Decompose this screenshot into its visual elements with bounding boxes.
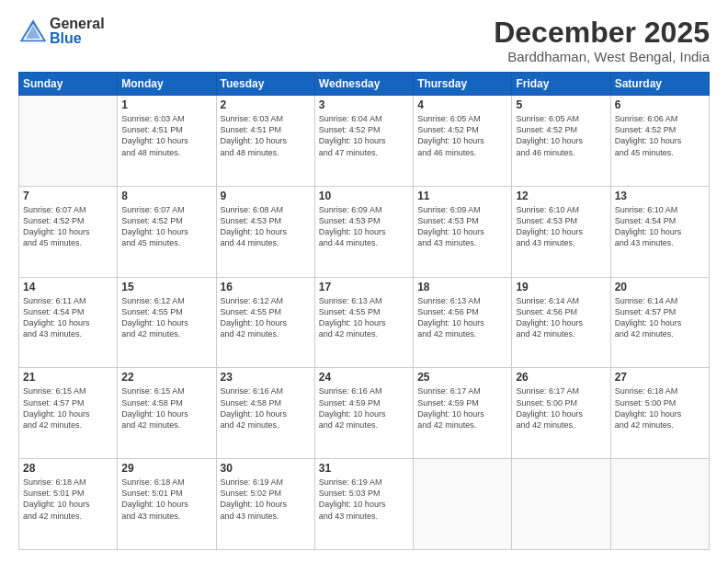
table-row: 12Sunrise: 6:10 AM Sunset: 4:53 PM Dayli… (512, 186, 610, 277)
subtitle: Barddhaman, West Bengal, India (494, 49, 710, 64)
day-number: 24 (319, 371, 409, 384)
day-number: 10 (319, 190, 409, 202)
day-info: Sunrise: 6:16 AM Sunset: 4:59 PM Dayligh… (319, 385, 409, 431)
table-row: 17Sunrise: 6:13 AM Sunset: 4:55 PM Dayli… (314, 277, 413, 368)
day-number: 18 (417, 281, 507, 293)
calendar-week-row: 14Sunrise: 6:11 AM Sunset: 4:54 PM Dayli… (19, 277, 710, 368)
day-info: Sunrise: 6:14 AM Sunset: 4:57 PM Dayligh… (615, 295, 705, 340)
table-row: 20Sunrise: 6:14 AM Sunset: 4:57 PM Dayli… (610, 277, 709, 368)
table-row: 11Sunrise: 6:09 AM Sunset: 4:53 PM Dayli… (414, 186, 512, 277)
day-number: 20 (615, 281, 705, 293)
col-friday: Friday (512, 73, 610, 96)
day-info: Sunrise: 6:06 AM Sunset: 4:52 PM Dayligh… (615, 113, 705, 158)
day-number: 17 (319, 281, 409, 293)
day-number: 2 (221, 98, 311, 111)
day-number: 3 (319, 98, 409, 111)
calendar-body: 1Sunrise: 6:03 AM Sunset: 4:51 PM Daylig… (19, 96, 710, 550)
day-info: Sunrise: 6:18 AM Sunset: 5:01 PM Dayligh… (23, 477, 113, 522)
table-row: 21Sunrise: 6:15 AM Sunset: 4:57 PM Dayli… (19, 368, 118, 459)
day-number: 27 (615, 371, 705, 384)
col-saturday: Saturday (610, 73, 709, 96)
day-info: Sunrise: 6:11 AM Sunset: 4:54 PM Dayligh… (23, 295, 113, 340)
table-row: 9Sunrise: 6:08 AM Sunset: 4:53 PM Daylig… (216, 186, 314, 277)
calendar-week-row: 7Sunrise: 6:07 AM Sunset: 4:52 PM Daylig… (19, 186, 710, 277)
day-info: Sunrise: 6:07 AM Sunset: 4:52 PM Dayligh… (23, 204, 113, 249)
logo-general: General (50, 17, 105, 31)
table-row: 30Sunrise: 6:19 AM Sunset: 5:02 PM Dayli… (216, 459, 314, 550)
table-row: 28Sunrise: 6:18 AM Sunset: 5:01 PM Dayli… (19, 459, 118, 550)
table-row (512, 459, 610, 550)
table-row: 31Sunrise: 6:19 AM Sunset: 5:03 PM Dayli… (314, 459, 413, 550)
day-number: 15 (121, 281, 211, 293)
table-row: 6Sunrise: 6:06 AM Sunset: 4:52 PM Daylig… (610, 96, 709, 187)
day-number: 9 (221, 190, 311, 202)
day-number: 31 (319, 462, 409, 475)
table-row: 19Sunrise: 6:14 AM Sunset: 4:56 PM Dayli… (512, 277, 610, 368)
table-row: 2Sunrise: 6:03 AM Sunset: 4:51 PM Daylig… (216, 96, 314, 187)
calendar-header-row: Sunday Monday Tuesday Wednesday Thursday… (19, 73, 710, 96)
col-sunday: Sunday (19, 73, 118, 96)
day-number: 16 (221, 281, 311, 293)
table-row (19, 96, 118, 187)
table-row: 26Sunrise: 6:17 AM Sunset: 5:00 PM Dayli… (512, 368, 610, 459)
header: General Blue December 2025 Barddhaman, W… (18, 17, 710, 64)
day-number: 25 (417, 371, 507, 384)
day-info: Sunrise: 6:12 AM Sunset: 4:55 PM Dayligh… (221, 295, 311, 340)
day-number: 5 (516, 98, 606, 111)
day-info: Sunrise: 6:09 AM Sunset: 4:53 PM Dayligh… (417, 204, 507, 249)
logo-blue: Blue (50, 31, 105, 46)
col-monday: Monday (118, 73, 216, 96)
day-info: Sunrise: 6:05 AM Sunset: 4:52 PM Dayligh… (417, 113, 507, 158)
day-number: 14 (23, 281, 113, 293)
day-number: 29 (121, 462, 211, 475)
calendar-week-row: 21Sunrise: 6:15 AM Sunset: 4:57 PM Dayli… (19, 368, 710, 459)
day-number: 19 (516, 281, 606, 293)
table-row (610, 459, 709, 550)
day-info: Sunrise: 6:13 AM Sunset: 4:55 PM Dayligh… (319, 295, 409, 340)
day-info: Sunrise: 6:08 AM Sunset: 4:53 PM Dayligh… (221, 204, 311, 249)
col-tuesday: Tuesday (216, 73, 314, 96)
table-row: 25Sunrise: 6:17 AM Sunset: 4:59 PM Dayli… (414, 368, 512, 459)
table-row (414, 459, 512, 550)
day-number: 28 (23, 462, 113, 475)
table-row: 1Sunrise: 6:03 AM Sunset: 4:51 PM Daylig… (118, 96, 216, 187)
day-info: Sunrise: 6:15 AM Sunset: 4:58 PM Dayligh… (121, 385, 211, 431)
table-row: 22Sunrise: 6:15 AM Sunset: 4:58 PM Dayli… (118, 368, 216, 459)
logo-text: General Blue (50, 17, 105, 46)
table-row: 10Sunrise: 6:09 AM Sunset: 4:53 PM Dayli… (314, 186, 413, 277)
day-number: 1 (121, 98, 211, 111)
day-info: Sunrise: 6:07 AM Sunset: 4:52 PM Dayligh… (121, 204, 211, 249)
day-number: 12 (516, 190, 606, 202)
calendar-table: Sunday Monday Tuesday Wednesday Thursday… (18, 72, 710, 550)
day-number: 23 (221, 371, 311, 384)
day-info: Sunrise: 6:18 AM Sunset: 5:00 PM Dayligh… (615, 385, 705, 431)
day-number: 4 (417, 98, 507, 111)
day-number: 7 (23, 190, 113, 202)
table-row: 27Sunrise: 6:18 AM Sunset: 5:00 PM Dayli… (610, 368, 709, 459)
day-info: Sunrise: 6:19 AM Sunset: 5:02 PM Dayligh… (221, 477, 311, 522)
day-info: Sunrise: 6:17 AM Sunset: 5:00 PM Dayligh… (516, 385, 606, 431)
day-info: Sunrise: 6:18 AM Sunset: 5:01 PM Dayligh… (121, 477, 211, 522)
day-number: 22 (121, 371, 211, 384)
day-info: Sunrise: 6:10 AM Sunset: 4:53 PM Dayligh… (516, 204, 606, 249)
day-info: Sunrise: 6:13 AM Sunset: 4:56 PM Dayligh… (417, 295, 507, 340)
day-info: Sunrise: 6:05 AM Sunset: 4:52 PM Dayligh… (516, 113, 606, 158)
table-row: 23Sunrise: 6:16 AM Sunset: 4:58 PM Dayli… (216, 368, 314, 459)
table-row: 24Sunrise: 6:16 AM Sunset: 4:59 PM Dayli… (314, 368, 413, 459)
table-row: 15Sunrise: 6:12 AM Sunset: 4:55 PM Dayli… (118, 277, 216, 368)
table-row: 3Sunrise: 6:04 AM Sunset: 4:52 PM Daylig… (314, 96, 413, 187)
table-row: 14Sunrise: 6:11 AM Sunset: 4:54 PM Dayli… (19, 277, 118, 368)
col-thursday: Thursday (414, 73, 512, 96)
day-info: Sunrise: 6:16 AM Sunset: 4:58 PM Dayligh… (221, 385, 311, 431)
logo-icon (18, 17, 48, 46)
day-info: Sunrise: 6:19 AM Sunset: 5:03 PM Dayligh… (319, 477, 409, 522)
day-number: 8 (121, 190, 211, 202)
day-info: Sunrise: 6:04 AM Sunset: 4:52 PM Dayligh… (319, 113, 409, 158)
day-number: 21 (23, 371, 113, 384)
day-info: Sunrise: 6:03 AM Sunset: 4:51 PM Dayligh… (121, 113, 211, 158)
day-number: 13 (615, 190, 705, 202)
day-info: Sunrise: 6:03 AM Sunset: 4:51 PM Dayligh… (221, 113, 311, 158)
main-title: December 2025 (494, 17, 710, 49)
day-info: Sunrise: 6:17 AM Sunset: 4:59 PM Dayligh… (417, 385, 507, 431)
day-number: 6 (615, 98, 705, 111)
